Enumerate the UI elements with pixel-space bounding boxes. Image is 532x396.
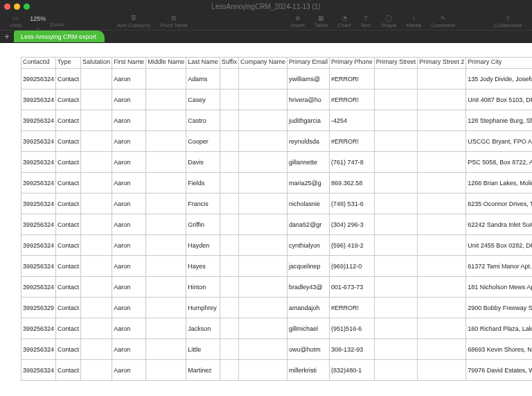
cell-email[interactable]: nicholasnie (287, 193, 330, 214)
cell-street2[interactable] (418, 89, 466, 110)
cell-middle[interactable] (146, 131, 186, 152)
add-category-button[interactable]: ≣ Add Category (113, 12, 155, 30)
cell-street1[interactable] (374, 131, 418, 152)
cell-type[interactable]: Contact (56, 131, 81, 152)
close-window-button[interactable] (4, 3, 10, 10)
cell-street1[interactable] (374, 256, 418, 277)
cell-company[interactable] (239, 173, 287, 193)
cell-street1[interactable] (374, 235, 418, 256)
cell-last[interactable]: Adams (186, 69, 220, 89)
cell-contactid[interactable]: 399256324 (21, 235, 56, 256)
cell-type[interactable]: Contact (56, 235, 81, 256)
cell-first[interactable]: Aaron (112, 110, 146, 131)
cell-middle[interactable] (146, 339, 186, 360)
cell-address[interactable]: 79976 David Estates, West Nicholasfort, … (466, 360, 532, 381)
cell-email[interactable]: reynoldsda (287, 131, 330, 152)
cell-company[interactable] (239, 256, 287, 277)
cell-last[interactable]: Davis (186, 152, 220, 173)
cell-type[interactable]: Contact (56, 298, 81, 318)
cell-address[interactable]: 68693 Kevin Shores, New Christian, ME 42… (466, 339, 532, 360)
cell-street1[interactable] (374, 110, 418, 131)
cell-contactid[interactable]: 399256324 (21, 69, 56, 89)
collaborate-button[interactable]: ⇪ Collaborate (490, 12, 526, 30)
cell-street2[interactable] (418, 339, 466, 360)
cell-suffix[interactable] (220, 256, 238, 277)
cell-suffix[interactable] (220, 193, 238, 214)
cell-last[interactable]: Martinez (186, 360, 220, 381)
cell-address[interactable]: 181 Nicholson Mews Apt. 069, Lake Daniel… (466, 277, 532, 298)
col-primarystreet[interactable]: Primary Street (374, 58, 418, 69)
cell-phone[interactable]: (951)516-6 (330, 318, 375, 339)
table-button[interactable]: ▦ Table (310, 12, 332, 30)
cell-email[interactable]: amandajoh (287, 298, 330, 318)
cell-phone[interactable]: 308-132-93 (330, 339, 375, 360)
cell-type[interactable]: Contact (56, 360, 81, 381)
cell-first[interactable]: Aaron (112, 89, 146, 110)
cell-address[interactable]: 62242 Sandra Inlet Suite 752, North Eric… (466, 214, 532, 235)
cell-contactid[interactable]: 399256324 (21, 214, 56, 235)
cell-middle[interactable] (146, 235, 186, 256)
table-row[interactable]: 399256324ContactAaronAdamsywilliams@#ERR… (21, 69, 533, 89)
cell-suffix[interactable] (220, 339, 238, 360)
cell-street2[interactable] (418, 131, 466, 152)
pivot-table-button[interactable]: ⊞ Pivot Table (157, 12, 192, 30)
cell-street2[interactable] (418, 277, 466, 298)
minimize-window-button[interactable] (14, 3, 20, 10)
cell-last[interactable]: Hayes (186, 256, 220, 277)
cell-middle[interactable] (146, 298, 186, 318)
cell-middle[interactable] (146, 318, 186, 339)
cell-salutation[interactable] (81, 298, 112, 318)
cell-street2[interactable] (418, 69, 466, 89)
cell-last[interactable]: Little (186, 339, 220, 360)
col-salutation[interactable]: Salutation (81, 58, 112, 69)
cell-first[interactable]: Aaron (112, 298, 146, 318)
cell-first[interactable]: Aaron (112, 173, 146, 193)
cell-type[interactable]: Contact (56, 152, 81, 173)
cell-middle[interactable] (146, 193, 186, 214)
cell-middle[interactable] (146, 360, 186, 381)
cell-company[interactable] (239, 131, 287, 152)
cell-salutation[interactable] (81, 214, 112, 235)
cell-salutation[interactable] (81, 69, 112, 89)
cell-contactid[interactable]: 399256324 (21, 110, 56, 131)
cell-middle[interactable] (146, 69, 186, 89)
cell-address[interactable]: 1266 Brian Lakes, Molinaland, MD 55950 (466, 173, 532, 193)
cell-address[interactable]: 135 Jody Divide, Josefurt, FL 52064 (466, 69, 532, 89)
cell-middle[interactable] (146, 152, 186, 173)
col-suffix[interactable]: Suffix (220, 58, 238, 69)
cell-last[interactable]: Griffin (186, 214, 220, 235)
cell-type[interactable]: Contact (56, 214, 81, 235)
col-company[interactable]: Company Name (239, 58, 287, 69)
cell-company[interactable] (239, 318, 287, 339)
cell-address[interactable]: Unit 4087 Box 5103, DPO AP 01734 (466, 89, 532, 110)
cell-salutation[interactable] (81, 235, 112, 256)
cell-suffix[interactable] (220, 89, 238, 110)
cell-street1[interactable] (374, 173, 418, 193)
cell-phone[interactable]: (761) 747-8 (330, 152, 375, 173)
cell-company[interactable] (239, 69, 287, 89)
cell-last[interactable]: Hayden (186, 235, 220, 256)
cell-first[interactable]: Aaron (112, 69, 146, 89)
cell-email[interactable]: owu@hotm (287, 339, 330, 360)
cell-company[interactable] (239, 193, 287, 214)
cell-salutation[interactable] (81, 339, 112, 360)
cell-first[interactable]: Aaron (112, 235, 146, 256)
cell-company[interactable] (239, 235, 287, 256)
cell-email[interactable]: ywilliams@ (287, 69, 330, 89)
col-primarystreet2[interactable]: Primary Street 2 (418, 58, 466, 69)
cell-type[interactable]: Contact (56, 173, 81, 193)
cell-email[interactable]: judithgarcia (287, 110, 330, 131)
cell-email[interactable]: gillannette (287, 152, 330, 173)
cell-salutation[interactable] (81, 256, 112, 277)
table-row[interactable]: 399256324ContactAaronMartinezmillerkrist… (21, 360, 533, 381)
cell-email[interactable]: bradley43@ (287, 277, 330, 298)
cell-type[interactable]: Contact (56, 339, 81, 360)
cell-suffix[interactable] (220, 131, 238, 152)
cell-type[interactable]: Contact (56, 256, 81, 277)
cell-middle[interactable] (146, 110, 186, 131)
cell-suffix[interactable] (220, 360, 238, 381)
cell-salutation[interactable] (81, 360, 112, 381)
cell-email[interactable]: millerkristi (287, 360, 330, 381)
cell-street2[interactable] (418, 214, 466, 235)
table-row[interactable]: 399256324ContactAaronCaseyhrivera@ho#ERR… (21, 89, 533, 110)
